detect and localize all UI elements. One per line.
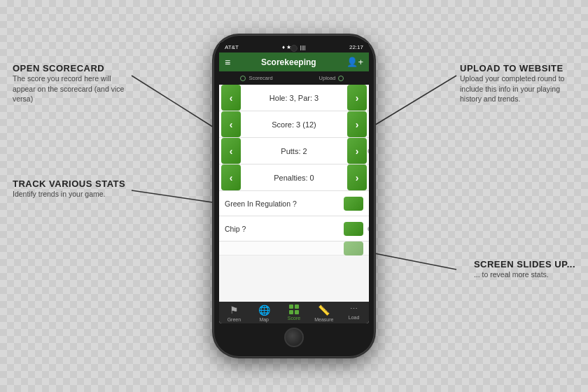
home-button-area [219,323,369,350]
svg-line-3 [368,252,456,270]
load-icon: ⋯ [350,304,358,314]
nav-score[interactable]: Score [279,304,309,322]
next-hole-btn[interactable]: › [347,85,367,111]
nav-load[interactable]: ⋯ Load [339,304,369,322]
score-row-score: ‹ Score: 3 (12) › [219,111,369,138]
app-header: ≡ Scorekeeping 👤+ [219,52,369,71]
tab-scorecard[interactable]: Scorecard [219,71,294,85]
score-grid-icon [289,304,299,314]
annotation-track-stats: TRACK VARIOUS STATS Identify trends in y… [13,178,125,200]
user-icon[interactable]: 👤+ [346,57,363,67]
chip-label: Chip ? [225,225,344,233]
score-row-penalties: ‹ Penalties: 0 › [219,164,369,191]
green-regulation-label: Green In Regulation ? [225,200,344,208]
scene: OPEN SCORECARD The score you record here… [0,0,588,392]
stat-row-chip: Chip ? [219,216,369,241]
score-text: Score: 3 (12) [243,120,345,129]
annotation-upload: UPLOAD TO WEBSITE Upload your completed … [460,63,575,104]
prev-hole-btn[interactable]: ‹ [221,85,241,111]
hole-text: Hole: 3, Par: 3 [243,94,345,102]
prev-score-btn[interactable]: ‹ [221,111,241,137]
prev-penalties-btn[interactable]: ‹ [221,164,241,190]
penalties-text: Penalties: 0 [243,174,345,182]
status-icons: ♦ ★ ▲ |||| [282,44,306,50]
tab-row: Scorecard Upload [219,71,369,85]
upload-dot [338,76,344,81]
nav-map[interactable]: 🌐 Map [249,304,279,322]
phone-body: AT&T ♦ ★ ▲ |||| 22:17 ≡ Scorekeeping 👤+ … [214,35,374,357]
tab-upload[interactable]: Upload [294,71,369,85]
nav-measure-label: Measure [314,317,333,322]
upload-label: Upload [319,75,336,81]
carrier: AT&T [225,44,239,50]
phone-screen: AT&T ♦ ★ ▲ |||| 22:17 ≡ Scorekeeping 👤+ … [219,42,369,323]
menu-icon[interactable]: ≡ [225,57,230,67]
score-row-hole: ‹ Hole: 3, Par: 3 › [219,85,369,111]
bottom-nav: ⚑ Green 🌐 Map Score [219,302,369,323]
flag-icon: ⚑ [230,304,239,316]
nav-green-label: Green [227,317,241,322]
chip-toggle[interactable] [344,222,363,236]
slider-dot [368,148,369,153]
phone: AT&T ♦ ★ ▲ |||| 22:17 ≡ Scorekeeping 👤+ … [214,35,374,357]
scorecard-label: Scorecard [248,75,272,81]
next-putts-btn[interactable]: › [347,138,367,164]
green-regulation-toggle[interactable] [344,197,363,211]
next-score-btn[interactable]: › [347,111,367,137]
chip-slider-dot [368,226,369,231]
nav-green[interactable]: ⚑ Green [219,304,249,322]
content-area: ‹ Hole: 3, Par: 3 › ‹ Score: 3 (12) › ‹ … [219,85,369,302]
nav-measure[interactable]: 📏 Measure [309,304,339,322]
stat-row-green: Green In Regulation ? [219,191,369,216]
app-title: Scorekeeping [261,57,316,67]
extra-toggle [344,241,363,255]
time: 22:17 [349,44,363,50]
annotation-open-scorecard: OPEN SCORECARD The score you record here… [13,63,125,104]
svg-line-1 [132,190,217,203]
score-row-putts: ‹ Putts: 2 › [219,138,369,164]
globe-icon: 🌐 [258,304,270,316]
stat-row-extra [219,241,369,255]
home-button[interactable] [284,328,304,347]
nav-map-label: Map [259,317,269,322]
nav-score-label: Score [288,316,300,321]
nav-load-label: Load [349,315,360,320]
prev-putts-btn[interactable]: ‹ [221,138,241,164]
measure-icon: 📏 [318,304,330,316]
next-penalties-btn[interactable]: › [347,164,367,190]
svg-line-2 [368,76,456,130]
annotation-screen-slides: SCREEN SLIDES UP... ... to reveal more s… [474,259,575,280]
putts-text: Putts: 2 [243,147,345,155]
scorecard-dot [240,76,246,81]
svg-line-0 [132,76,217,130]
status-bar: AT&T ♦ ★ ▲ |||| 22:17 [219,42,369,52]
